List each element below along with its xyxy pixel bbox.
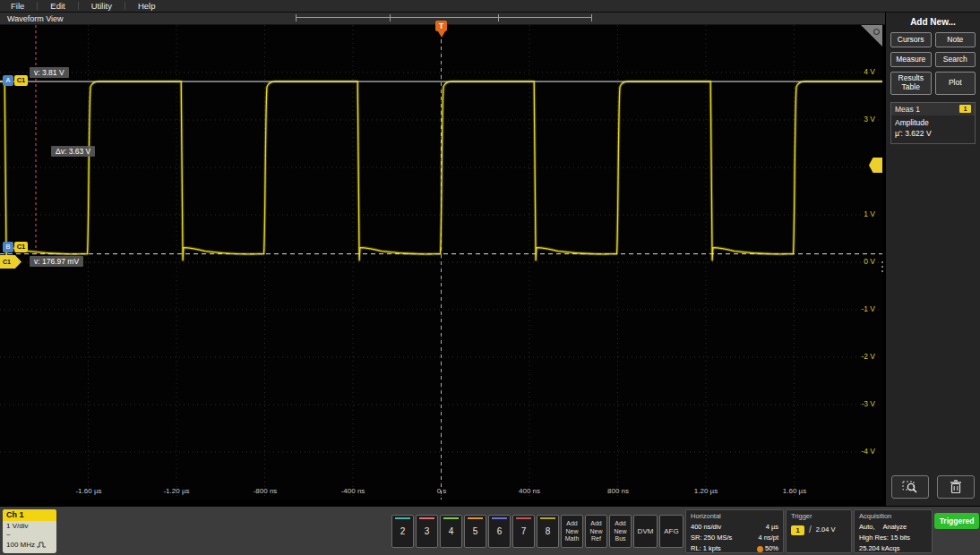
channel-4-button[interactable]: 4 <box>440 515 462 548</box>
measurement-source-badge: 1 <box>959 105 971 113</box>
channel-5-button[interactable]: 5 <box>464 515 486 548</box>
channel-1-badge[interactable]: Ch 1 1 V/div ~ 100 MHz <box>3 509 56 553</box>
y-axis-label: -3 V <box>861 399 875 408</box>
acquisition-panel-title: Acquisition <box>859 512 927 520</box>
y-axis-label: 4 V <box>864 67 875 76</box>
menu-file[interactable]: File <box>11 1 37 11</box>
menu-separator <box>125 2 125 10</box>
channel-1-scale: 1 V/div <box>3 521 56 531</box>
draw-zoom-corner[interactable] <box>861 25 882 47</box>
bandwidth-value: 100 MHz <box>6 540 35 550</box>
x-axis-label: 800 ns <box>593 487 643 495</box>
trigger-position-marker[interactable]: T <box>435 21 447 38</box>
menu-help[interactable]: Help <box>138 1 168 11</box>
magnifier-box-icon <box>902 480 918 494</box>
trigger-panel-title: Trigger <box>791 512 847 520</box>
record-view-tick <box>296 14 297 21</box>
rising-slope-icon: / <box>809 525 812 535</box>
waveform-view: Waveform View T 4 V 3 V 1 V 0 V -1 V -2 … <box>0 13 885 506</box>
x-axis-label: -800 ns <box>240 487 290 495</box>
add-new-bus-button[interactable]: Add New Bus <box>609 515 632 548</box>
panel-splitter-handle[interactable] <box>881 261 883 272</box>
y-axis-label: -1 V <box>861 304 875 313</box>
channel-number: 6 <box>489 526 510 536</box>
acquisition-mode: Auto, <box>859 522 875 533</box>
add-ref-line: Add <box>590 520 601 527</box>
note-button[interactable]: Note <box>935 32 976 47</box>
x-axis-label: 0 s <box>417 487 467 495</box>
dvm-button[interactable]: DVM <box>633 515 658 548</box>
cursor-delta-readout: Δv: 3.63 V <box>51 146 95 157</box>
record-view-tick <box>498 14 499 21</box>
trigger-source-badge: 1 <box>791 525 804 535</box>
horizontal-scale: 400 ns/div <box>691 522 721 533</box>
channel-color-bar <box>395 517 410 519</box>
zoom-tool-button[interactable] <box>891 475 929 499</box>
record-view-ruler <box>296 17 591 18</box>
channel-1-bandwidth: 100 MHz <box>3 540 56 550</box>
menu-separator <box>37 2 38 10</box>
acquisition-settings-panel[interactable]: Acquisition Auto, Analyze High Res: 15 b… <box>854 509 933 553</box>
trigger-settings-panel[interactable]: Trigger 1 / 2.04 V <box>786 509 852 553</box>
channel-color-bar <box>419 517 434 519</box>
measurement-badge[interactable]: Meas 1 1 Amplitude µ': 3.622 V <box>890 102 976 144</box>
cursor-a-source-badge: C1 <box>14 75 28 86</box>
menu-edit[interactable]: Edit <box>50 1 77 11</box>
channel-3-button[interactable]: 3 <box>416 515 438 548</box>
channel-number: 3 <box>417 526 437 536</box>
cursor-b-readout: v: 176.97 mV <box>30 256 83 267</box>
measurement-value: µ': 3.622 V <box>895 128 971 139</box>
acquisition-detail: High Res: 15 bits <box>859 533 910 543</box>
cursor-a-handle[interactable]: A <box>3 75 13 86</box>
measurement-title: Meas 1 <box>895 105 920 114</box>
trash-icon <box>950 480 962 494</box>
x-axis-label: 1.20 µs <box>681 487 731 495</box>
add-math-line: Add <box>566 520 577 527</box>
measurement-name: Amplitude <box>895 117 971 128</box>
cursor-b-handle[interactable]: B <box>3 242 13 252</box>
horizontal-position: 50% <box>765 543 778 554</box>
measure-button[interactable]: Measure <box>890 52 932 67</box>
channel-color-bar <box>492 517 507 519</box>
add-new-math-button[interactable]: Add New Math <box>561 515 583 548</box>
sample-rate: SR: 250 MS/s <box>691 533 732 543</box>
add-ref-line: New <box>589 528 602 535</box>
channel-2-button[interactable]: 2 <box>391 515 414 548</box>
add-math-line: New <box>565 528 578 535</box>
trigger-level-value: 2.04 V <box>816 525 836 535</box>
trigger-arrow-icon <box>438 31 445 38</box>
horizontal-panel-title: Horizontal <box>691 512 778 520</box>
channel-6-button[interactable]: 6 <box>488 515 511 548</box>
results-table-button[interactable]: Results Table <box>890 72 932 95</box>
record-length: RL: 1 kpts <box>691 543 721 554</box>
add-ref-line: Ref <box>591 535 601 542</box>
bandwidth-icon <box>37 542 46 548</box>
channel-8-button[interactable]: 8 <box>537 515 559 548</box>
waveform-canvas <box>0 25 882 500</box>
y-axis-label: 3 V <box>864 115 875 124</box>
y-axis-label: 0 V <box>864 257 875 266</box>
cursors-button[interactable]: Cursors <box>890 32 932 47</box>
channel-7-button[interactable]: 7 <box>512 515 535 548</box>
channel-1-label: Ch 1 <box>3 509 56 521</box>
channel-number: 8 <box>537 526 558 536</box>
channel-number: 5 <box>465 526 486 536</box>
delete-button[interactable] <box>937 475 975 499</box>
afg-button[interactable]: AFG <box>659 515 683 548</box>
add-math-line: Math <box>565 535 580 542</box>
trigger-t-icon: T <box>435 21 447 31</box>
horizontal-window: 4 µs <box>766 522 778 533</box>
search-button[interactable]: Search <box>935 52 976 67</box>
horizontal-settings-panel[interactable]: Horizontal 400 ns/div 4 µs SR: 250 MS/s … <box>685 509 784 553</box>
y-axis-label: 1 V <box>864 209 875 218</box>
y-axis-label: -4 V <box>861 447 875 456</box>
channel-color-bar <box>468 517 483 519</box>
x-axis-label: 1.60 µs <box>769 487 820 495</box>
x-axis-label: 400 ns <box>504 487 554 495</box>
y-axis-label: -2 V <box>861 352 875 361</box>
add-new-ref-button[interactable]: Add New Ref <box>585 515 607 548</box>
menu-utility[interactable]: Utility <box>91 1 125 11</box>
plot-button[interactable]: Plot <box>935 72 976 95</box>
x-axis-label: -1.20 µs <box>151 487 202 495</box>
waveform-plot[interactable]: 4 V 3 V 1 V 0 V -1 V -2 V -3 V -4 V -1.6… <box>0 25 882 500</box>
